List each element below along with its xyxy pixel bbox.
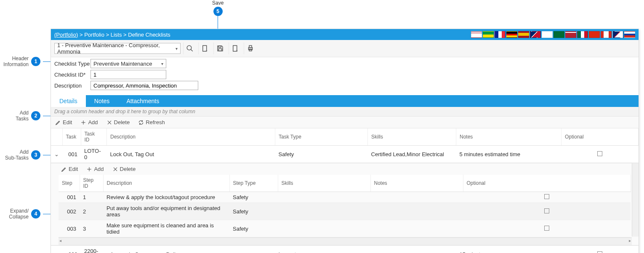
tab-notes[interactable]: Notes [86,95,118,107]
search-icon[interactable] [183,43,196,54]
checklist-id-input[interactable] [90,70,166,79]
group-by-hint: Drag a column header and drop it here to… [51,107,639,117]
new-icon[interactable]: + [198,43,211,54]
task-header-row: Task Task ID Description Task Type Skill… [51,128,639,146]
flag-icon[interactable] [542,31,553,38]
subtask-row[interactable]: 001 1 Review & apply the lockout/tagout … [59,192,631,203]
horizontal-scrollbar[interactable] [59,237,632,245]
checklist-id-label: Checklist ID* [54,72,90,78]
flag-icon[interactable] [612,31,623,38]
language-flags [471,31,635,38]
subtask-row[interactable]: 003 3 Make sure equipment is cleaned and… [59,220,631,237]
flag-icon[interactable] [506,31,517,38]
vertical-scrollbar[interactable] [632,163,639,237]
flag-icon[interactable] [601,31,612,38]
breadcrumb-root[interactable]: (Portfolio) [54,32,78,38]
sub-add-button[interactable]: Add [86,166,104,172]
description-label: Description [54,83,90,89]
svg-point-0 [187,45,192,50]
expand-toggle[interactable]: ⌄ [51,146,62,163]
flag-icon[interactable] [624,31,635,38]
subtask-row[interactable]: 002 2 Put away tools and/or equipment in… [59,203,631,220]
callout-save-label: Save [212,0,224,6]
callout-2-badge: 2 [31,111,40,120]
callout-3-badge: 3 [31,150,40,160]
optional-checkbox[interactable] [544,226,549,231]
checklist-type-select[interactable]: Preventive Maintenance [90,59,166,68]
callout-4-badge: 4 [31,209,40,218]
tab-details[interactable]: Details [51,95,86,107]
add-button[interactable]: Add [80,119,98,125]
description-input[interactable] [90,81,198,90]
flag-icon[interactable] [518,31,529,38]
sub-edit-button[interactable]: Edit [61,166,78,172]
refresh-button[interactable]: Refresh [138,119,165,125]
edit-button[interactable]: Edit [55,119,72,125]
svg-rect-4 [218,46,221,48]
optional-checkbox[interactable] [544,194,549,199]
delete-button[interactable]: Delete [106,119,130,125]
callout-5-badge: 5 [213,7,223,16]
flag-icon[interactable] [589,31,600,38]
callout-add-subtasks-label: Add Sub-Tasks [3,149,29,161]
callout-header-label: Header Information [3,56,29,68]
flag-icon[interactable] [577,31,588,38]
svg-text:×: × [236,49,237,52]
sub-delete-button[interactable]: Delete [112,166,136,172]
breadcrumb-part-2[interactable]: Lists [111,32,122,38]
svg-rect-5 [218,49,222,51]
breadcrumb: (Portfolio) > Portfolio > Lists > Define… [54,32,170,38]
optional-checkbox[interactable] [544,208,549,213]
subtask-header-row: Step Step ID Description Step Type Skill… [59,175,631,192]
breadcrumb-part-1[interactable]: Portfolio [84,32,104,38]
svg-text:+: + [205,49,208,52]
print-icon[interactable] [244,43,256,54]
svg-line-1 [191,49,193,51]
callout-1-badge: 1 [31,57,40,66]
task-row[interactable]: › 002 2200-01 Ammonia Compressor Daily I… [51,246,639,253]
breadcrumb-part-3[interactable]: Define Checklists [128,32,170,38]
flag-icon[interactable] [530,31,541,38]
task-row[interactable]: ⌄ 001 LOTO-0 Lock Out, Tag Out Safety Ce… [51,146,639,163]
flag-icon[interactable] [483,31,494,38]
svg-rect-9 [249,45,252,48]
checklist-selector[interactable]: 1 - Preventive Maintenance - Compressor,… [54,43,181,54]
flag-icon[interactable] [554,31,564,38]
callout-add-tasks-label: Add Tasks [14,110,29,122]
optional-checkbox[interactable] [597,251,602,253]
optional-checkbox[interactable] [597,151,602,156]
tab-attachments[interactable]: Attachments [118,95,168,107]
delete-doc-icon[interactable]: × [229,43,241,54]
flag-icon[interactable] [565,31,576,38]
checklist-type-label: Checklist Type [54,61,90,67]
save-icon[interactable] [213,43,226,54]
callout-expand-label: Expand/ Collapse [6,208,29,220]
expand-toggle[interactable]: › [51,246,62,253]
flag-icon[interactable] [471,31,482,38]
flag-icon[interactable] [495,31,506,38]
